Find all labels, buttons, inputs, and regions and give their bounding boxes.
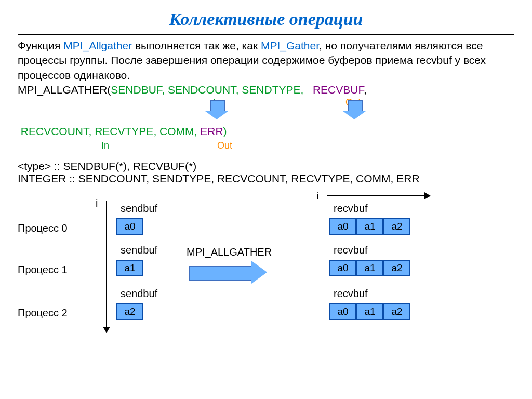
recv-cell: a0 <box>329 303 356 320</box>
allgather-diagram: i i Процесс 0 Процесс 1 Процесс 2 sendbu… <box>18 195 514 341</box>
axis-i-right: i <box>316 190 318 202</box>
recv-cell: a1 <box>356 303 383 320</box>
h-axis <box>327 195 425 196</box>
slide-title: Коллективные операции <box>0 0 532 29</box>
text: Функция <box>18 39 63 51</box>
slide: Коллективные операции Функция MPI_Allgat… <box>0 0 532 399</box>
arrow-down-icon <box>343 100 366 119</box>
description-paragraph: Функция MPI_Allgather выполняется так же… <box>0 38 532 97</box>
proc-label: Процесс 0 <box>18 222 68 234</box>
sig-err: ERR <box>200 125 223 137</box>
recv-cell: a2 <box>383 218 410 235</box>
divider <box>18 34 514 35</box>
out-label: Out <box>217 140 232 151</box>
sendbuf-label: sendbuf <box>121 203 157 215</box>
arrow-right-icon <box>424 192 431 200</box>
fn-gather: MPI_Gather <box>261 39 319 51</box>
sig-green2: RECVCOUNT, RECVTYPE, COMM, <box>21 125 197 137</box>
send-cell: a2 <box>116 303 143 320</box>
recvbuf-label: recvbuf <box>334 203 368 215</box>
recv-cell: a1 <box>356 218 383 235</box>
recvbuf-label: recvbuf <box>334 244 368 256</box>
proc-label: Процесс 1 <box>18 264 68 276</box>
recv-cell: a0 <box>329 260 356 276</box>
arrow-down-icon <box>205 100 228 119</box>
in-label: In <box>101 140 109 151</box>
comma: , <box>364 84 367 96</box>
sig-recvbuf: RECVBUF <box>307 84 364 96</box>
proc-label: Процесс 2 <box>18 307 68 319</box>
recv-cell: a2 <box>383 303 410 320</box>
recv-cell: a0 <box>329 218 356 235</box>
decl-line2: INTEGER :: SENDCOUNT, SENDTYPE, RECVCOUN… <box>18 172 514 185</box>
recv-cell: a2 <box>383 260 410 276</box>
recvbuf-label: recvbuf <box>334 288 368 300</box>
send-cell: a0 <box>116 218 143 235</box>
op-label: MPI_ALLGATHER <box>187 246 272 258</box>
annotation-row-2: In Out <box>0 139 532 157</box>
annotation-row-1: In Out <box>0 97 532 124</box>
paren: ) <box>223 125 227 137</box>
decl-line1: <type> :: SENDBUF(*), RECVBUF(*) <box>18 160 514 172</box>
recv-cell: a1 <box>356 260 383 276</box>
fn-allgather: MPI_Allgather <box>63 39 132 51</box>
send-cell: a1 <box>116 260 143 276</box>
text: выполняется так же, как <box>132 39 261 51</box>
v-axis <box>106 201 107 328</box>
axis-i: i <box>96 197 98 209</box>
signature-line-2: RECVCOUNT, RECVTYPE, COMM, ERR) <box>0 124 532 139</box>
sig-green1: SENDBUF, SENDCOUNT, SENDTYPE, <box>111 84 303 96</box>
arrow-down-icon <box>103 327 110 333</box>
sendbuf-label: sendbuf <box>121 288 157 300</box>
sendbuf-label: sendbuf <box>121 244 157 256</box>
declaration-block: <type> :: SENDBUF(*), RECVBUF(*) INTEGER… <box>0 157 532 185</box>
sig-prefix: MPI_ALLGATHER( <box>18 84 111 96</box>
